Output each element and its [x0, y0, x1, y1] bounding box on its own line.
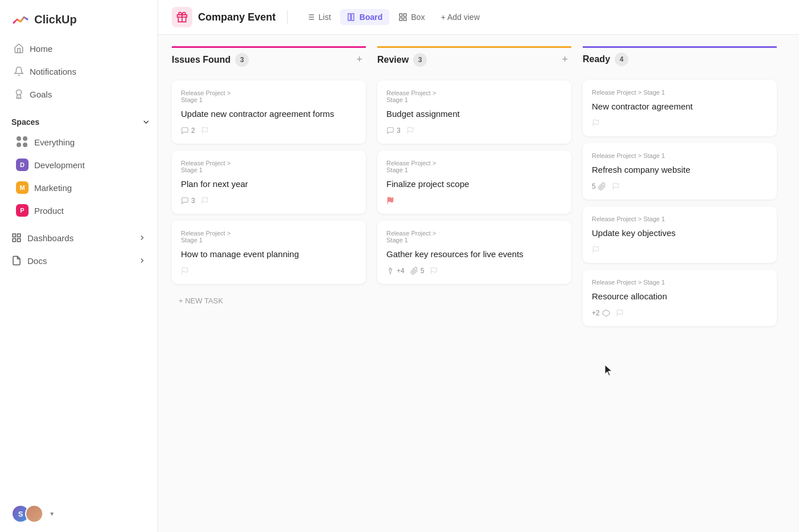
card-budget-assignment[interactable]: Release Project > Stage 1 Budget assignm…: [377, 80, 571, 144]
column-count-review: 3: [413, 53, 427, 67]
card-title-3: How to manage event planning: [181, 248, 357, 260]
sidebar-item-goals[interactable]: Goals: [7, 83, 151, 105]
new-task-label: + NEW TASK: [179, 297, 223, 305]
flag-stat-3: [181, 267, 189, 275]
diamond-count-10: +2: [592, 309, 600, 317]
comment-icon-2: [181, 197, 189, 205]
add-view-label: + Add view: [441, 13, 479, 22]
column-ready: Ready 4 Release Project > Stage 1 New co…: [583, 46, 777, 521]
sidebar-bottom: Dashboards Docs: [0, 225, 158, 275]
card-path-6: Release Project > Stage 1: [386, 230, 438, 243]
card-meta-2: Release Project > Stage 1: [181, 160, 357, 173]
card-footer-2: 3: [181, 197, 357, 205]
board: Issues Found 3 + Release Project > Stage…: [158, 35, 799, 532]
column-header-ready: Ready 4: [583, 46, 777, 73]
sidebar-nav: Home Notifications Goals: [0, 38, 158, 106]
flag-stat-9: [592, 246, 600, 254]
card-meta-7: Release Project > Stage 1: [592, 89, 768, 96]
card-finalize-scope[interactable]: Release Project > Stage 1 Finalize proje…: [377, 151, 571, 214]
card-footer-7: [592, 119, 768, 127]
new-task-button[interactable]: + NEW TASK: [172, 291, 366, 311]
flag-stat-7: [592, 119, 600, 127]
product-label: Product: [34, 206, 64, 216]
sidebar: ClickUp Home Notifications Goals: [0, 0, 158, 532]
card-path-4: Release Project > Stage 1: [386, 90, 438, 103]
attachment-stat-8: 5: [592, 182, 606, 190]
flag-icon-3: [181, 267, 189, 275]
card-update-objectives[interactable]: Release Project > Stage 1 Update key obj…: [583, 206, 777, 263]
topbar: Company Event List Board: [158, 0, 799, 35]
marketing-icon: M: [16, 181, 29, 194]
sidebar-item-notifications[interactable]: Notifications: [7, 60, 151, 82]
card-path-10: Release Project > Stage 1: [592, 279, 665, 286]
sidebar-item-home[interactable]: Home: [7, 38, 151, 59]
card-plan-next-year[interactable]: Release Project > Stage 1 Plan for next …: [172, 151, 366, 214]
dashboard-icon: [11, 233, 22, 243]
box-view-button[interactable]: Box: [392, 9, 431, 25]
card-gather-resources[interactable]: Release Project > Stage 1 Gather key res…: [377, 221, 571, 284]
flag-icon-4: [406, 127, 414, 135]
development-icon: D: [16, 159, 29, 171]
comment-count-2: 3: [191, 197, 195, 205]
card-new-contractor[interactable]: Release Project > Stage 1 New contractor…: [583, 80, 777, 136]
card-title-10: Resource allocation: [592, 290, 768, 302]
home-icon: [14, 43, 24, 54]
sidebar-item-product[interactable]: P Product: [11, 200, 151, 221]
column-title-issues-found: Issues Found: [172, 55, 231, 65]
svg-rect-2: [18, 234, 21, 237]
list-view-label: List: [318, 13, 331, 22]
board-view-button[interactable]: Board: [340, 9, 389, 25]
main-content: Company Event List Board: [158, 0, 799, 532]
list-icon: [306, 13, 315, 22]
card-footer-5: [386, 197, 562, 205]
comment-count-4: 3: [397, 127, 401, 135]
card-update-contractor[interactable]: Release Project > Stage 1 Update new con…: [172, 80, 366, 144]
spaces-section: Spaces Everything D Development M Mark: [0, 106, 158, 225]
card-manage-event[interactable]: Release Project > Stage 1 How to manage …: [172, 221, 366, 284]
column-count-issues-found: 3: [235, 53, 249, 67]
sidebar-item-development[interactable]: D Development: [11, 154, 151, 176]
comment-stat-1: 2: [181, 127, 195, 135]
card-refresh-website[interactable]: Release Project > Stage 1 Refresh compan…: [583, 143, 777, 200]
card-title-7: New contractor agreement: [592, 100, 768, 112]
svg-rect-16: [404, 14, 407, 17]
list-view-button[interactable]: List: [299, 9, 338, 25]
flag-stat-6: [430, 267, 438, 275]
card-footer-6: +4 5: [386, 267, 562, 275]
sidebar-item-everything[interactable]: Everything: [11, 131, 151, 153]
card-footer-10: +2: [592, 309, 768, 317]
spaces-header[interactable]: Spaces: [11, 115, 151, 129]
svg-rect-13: [348, 14, 350, 21]
attachment-icon-8: [598, 182, 606, 190]
flag-icon-7: [592, 119, 600, 127]
add-view-button[interactable]: + Add view: [434, 9, 486, 25]
docs-icon: [11, 255, 22, 266]
card-path-2: Release Project > Stage 1: [181, 160, 232, 173]
sidebar-footer[interactable]: S ▾: [0, 496, 158, 532]
card-meta-4: Release Project > Stage 1: [386, 90, 562, 103]
diamond-stat-6: +4: [386, 267, 405, 275]
card-meta-3: Release Project > Stage 1: [181, 230, 357, 243]
flag-icon-1: [201, 127, 209, 135]
card-path-8: Release Project > Stage 1: [592, 152, 665, 159]
attachment-icon-6: [410, 267, 418, 275]
bell-icon: [14, 66, 24, 76]
sidebar-item-marketing[interactable]: M Marketing: [11, 177, 151, 198]
flag-stat-1: [201, 127, 209, 135]
project-info: Company Event: [172, 7, 276, 27]
project-title: Company Event: [198, 11, 276, 23]
box-icon: [398, 13, 407, 22]
flag-icon-9: [592, 246, 600, 254]
card-path-7: Release Project > Stage 1: [592, 89, 665, 96]
card-resource-allocation[interactable]: Release Project > Stage 1 Resource alloc…: [583, 270, 777, 326]
logo: ClickUp: [0, 0, 158, 38]
flag-icon-6: [430, 267, 438, 275]
view-switcher: List Board Box + Add view: [299, 9, 486, 25]
sidebar-item-dashboards[interactable]: Dashboards: [7, 227, 151, 249]
card-meta-6: Release Project > Stage 1: [386, 230, 562, 243]
sidebar-item-docs[interactable]: Docs: [7, 250, 151, 271]
column-add-issues-found[interactable]: +: [353, 52, 366, 67]
logo-text: ClickUp: [34, 13, 76, 26]
column-add-review[interactable]: +: [558, 52, 571, 67]
chevron-right-docs-icon: [138, 257, 146, 265]
